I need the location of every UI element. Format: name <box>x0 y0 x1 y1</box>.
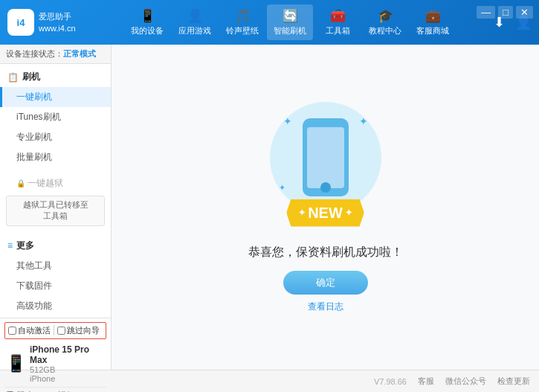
device-details: iPhone 15 Pro Max 512GB iPhone <box>30 344 105 383</box>
new-badge: ✦ NEW ✦ <box>286 199 364 227</box>
status-label: 设备连接状态： <box>6 49 63 58</box>
sidebar: 设备连接状态：正常模式 📋 刷机 一键刷机 iTunes刷机 专业刷机 批量刷机… <box>0 45 112 370</box>
success-illustration: ✦ ✦ ✦ ✦ NEW ✦ <box>270 102 381 213</box>
header-actions: — □ ✕ ⬇ 👤 <box>494 14 532 30</box>
sidebar-item-other-tools[interactable]: 其他工具 <box>0 256 111 276</box>
nav-label-service: 客服商城 <box>416 25 449 36</box>
sidebar-bottom: 自动激活 跳过向导 📱 iPhone 15 Pro Max 512GB iPho… <box>0 318 111 392</box>
header: i4 爱思助手 www.i4.cn 📱 我的设备 👤 应用游戏 🎵 铃声壁纸 🔄… <box>0 0 539 45</box>
logo-icon: i4 <box>7 9 34 36</box>
footer-item-service[interactable]: 客服 <box>418 376 434 387</box>
smart-flash-icon: 🔄 <box>283 8 298 24</box>
status-value: 正常模式 <box>63 49 96 58</box>
device-phone-icon: 📱 <box>6 354 26 373</box>
service-icon: 💼 <box>425 8 441 24</box>
disabled-jailbreak: 🔒 一键越狱 <box>0 173 111 193</box>
nav-item-service[interactable]: 💼 客服商城 <box>410 4 456 40</box>
logo: i4 爱思助手 www.i4.cn <box>7 9 76 36</box>
auto-activate-input[interactable] <box>8 327 16 335</box>
content-area: ✦ ✦ ✦ ✦ NEW ✦ 恭喜您，保资料刷机成功啦！ 确定 查看日志 <box>112 45 539 370</box>
sparkle-tl-icon: ✦ <box>283 115 292 127</box>
more-section: ≡ 更多 其他工具 下载固件 高级功能 <box>0 234 111 318</box>
guide-input[interactable] <box>57 327 65 335</box>
my-device-icon: 📱 <box>140 8 155 24</box>
nav-label-apps: 应用游戏 <box>178 25 211 36</box>
success-text: 恭喜您，保资料刷机成功啦！ <box>248 245 403 260</box>
guide-checkbox[interactable]: 跳过向导 <box>57 325 100 336</box>
device-type: iPhone <box>30 374 105 383</box>
nav-item-smart-flash[interactable]: 🔄 智能刷机 <box>267 4 313 40</box>
sidebar-item-pro-flash[interactable]: 专业刷机 <box>0 127 111 147</box>
footer-version: V7.98.66 <box>374 377 407 386</box>
device-name: iPhone 15 Pro Max <box>30 344 105 365</box>
nav-item-my-device[interactable]: 📱 我的设备 <box>124 4 170 40</box>
toolbox-icon: 🧰 <box>330 8 346 24</box>
more-section-title: ≡ 更多 <box>0 236 111 256</box>
restore-icon[interactable]: □ <box>498 6 513 19</box>
nav-label-smart-flash: 智能刷机 <box>274 25 306 36</box>
sidebar-item-download-fw[interactable]: 下载固件 <box>0 276 111 296</box>
vertical-divider <box>54 325 54 335</box>
phone-body <box>303 118 349 196</box>
new-badge-stars-right: ✦ <box>345 208 352 218</box>
new-badge-text: NEW <box>308 205 343 222</box>
checkbox-options-row: 自动激活 跳过向导 <box>4 322 106 339</box>
sidebar-item-advanced[interactable]: 高级功能 <box>0 296 111 316</box>
sidebar-item-batch-flash[interactable]: 批量刷机 <box>0 147 111 167</box>
footer-item-wechat[interactable]: 微信公众号 <box>445 376 486 387</box>
sidebar-item-itunes-flash[interactable]: iTunes刷机 <box>0 107 111 127</box>
log-link[interactable]: 查看日志 <box>308 301 343 313</box>
more-icon: ≡ <box>7 240 13 251</box>
nav-label-ringtone: 铃声壁纸 <box>226 25 259 36</box>
phone-home-button <box>320 182 331 193</box>
flash-section-title: 📋 刷机 <box>0 67 111 87</box>
minimize-icon[interactable]: — <box>477 6 495 19</box>
lock-icon: 🔒 <box>16 179 25 187</box>
itunes-row: 阻止iTunes运行 <box>4 387 106 392</box>
nav-item-tutorials[interactable]: 🎓 教程中心 <box>362 4 408 40</box>
logo-text: 爱思助手 www.i4.cn <box>39 10 76 35</box>
nav-bar: 📱 我的设备 👤 应用游戏 🎵 铃声壁纸 🔄 智能刷机 🧰 工具箱 🎓 教程中心… <box>87 4 494 40</box>
phone-circle-bg: ✦ ✦ ✦ <box>270 102 381 213</box>
window-controls: — □ ✕ <box>477 6 533 19</box>
device-info: 📱 iPhone 15 Pro Max 512GB iPhone <box>4 342 106 385</box>
sparkle-bl-icon: ✦ <box>279 183 285 193</box>
tutorials-icon: 🎓 <box>378 8 393 24</box>
apps-icon: 👤 <box>187 8 203 24</box>
nav-item-apps-games[interactable]: 👤 应用游戏 <box>172 4 218 40</box>
ringtone-icon: 🎵 <box>235 8 251 24</box>
flash-section: 📋 刷机 一键刷机 iTunes刷机 专业刷机 批量刷机 <box>0 64 111 170</box>
close-icon[interactable]: ✕ <box>516 6 533 19</box>
nav-item-ringtone[interactable]: 🎵 铃声壁纸 <box>219 4 265 40</box>
nav-item-toolbox[interactable]: 🧰 工具箱 <box>314 4 361 40</box>
footer-item-update[interactable]: 检查更新 <box>497 376 530 387</box>
status-bar: 设备连接状态：正常模式 <box>0 45 111 64</box>
sidebar-item-one-key-flash[interactable]: 一键刷机 <box>0 87 111 107</box>
device-storage: 512GB <box>30 365 105 374</box>
auto-activate-checkbox[interactable]: 自动激活 <box>8 325 51 336</box>
confirm-button[interactable]: 确定 <box>283 271 368 295</box>
new-badge-stars-left: ✦ <box>298 208 306 218</box>
nav-label-tutorials: 教程中心 <box>369 25 401 36</box>
flash-icon: 📋 <box>7 72 19 83</box>
sparkle-tr-icon: ✦ <box>359 115 368 127</box>
nav-label-my-device: 我的设备 <box>131 25 164 36</box>
jailbreak-note: 越狱工具已转移至工具箱 <box>6 196 105 226</box>
nav-label-toolbox: 工具箱 <box>326 25 350 36</box>
phone-screen <box>307 127 344 188</box>
